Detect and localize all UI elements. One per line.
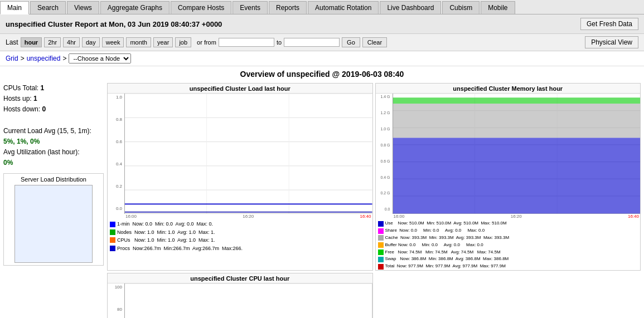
memory-y-axis: 1.4 G1.2 G1.0 G0.8 G0.6 G0.4 G0.2 G0.0: [376, 94, 391, 219]
nav-tabs: Main Search Views Aggregate Graphs Compa…: [0, 0, 644, 14]
main-content: Overview of unspecified @ 2019-06-03 08:…: [0, 66, 644, 318]
cpus-total-value: 1: [40, 84, 44, 92]
to-label: to: [277, 39, 282, 46]
hosts-down-label: Hosts down:: [3, 105, 40, 113]
avg-util-label: Avg Utilization (last hour):: [3, 147, 104, 158]
memory-chart-inner: 1.4 G1.2 G1.0 G0.8 G0.6 G0.4 G0.2 G0.0: [376, 94, 641, 219]
load-chart: unspecified Cluster Load last hour 1.00.…: [107, 83, 373, 271]
tab-compare-hosts[interactable]: Compare Hosts: [171, 1, 231, 14]
tab-aggregate-graphs[interactable]: Aggregate Graphs: [100, 1, 170, 14]
load-avg-value: 5%, 1%, 0%: [3, 136, 104, 147]
tab-main[interactable]: Main: [0, 1, 29, 14]
svg-rect-24: [393, 97, 641, 104]
memory-chart: unspecified Cluster Memory last hour 1.4…: [375, 83, 641, 271]
cpu-y-axis: 100806040200: [108, 283, 123, 318]
time-btn-month[interactable]: month: [126, 37, 151, 47]
time-btn-year[interactable]: year: [153, 37, 173, 47]
from-date-input[interactable]: [219, 38, 274, 47]
or-from-label: or from: [197, 39, 216, 46]
server-dist-title: Server Load Distribution: [6, 176, 101, 183]
server-dist: Server Load Distribution: [3, 173, 104, 266]
memory-chart-title: unspecified Cluster Memory last hour: [376, 84, 641, 94]
tab-views[interactable]: Views: [67, 1, 99, 14]
avg-util-value: 0%: [3, 158, 104, 168]
cpu-chart-inner: 100806040200: [108, 283, 372, 318]
clear-button[interactable]: Clear: [362, 37, 387, 47]
load-chart-title: unspecified Cluster Load last hour: [108, 84, 372, 94]
svg-rect-23: [393, 104, 641, 138]
stats-block: CPUs Total: 1 Hosts up: 1 Hosts down: 0 …: [3, 83, 104, 169]
choose-node-select[interactable]: --Choose a Node: [69, 53, 131, 63]
memory-legend: Use Now: 510.0M Min: 510.0M Avg: 510.0M …: [376, 219, 641, 270]
get-fresh-data-button[interactable]: Get Fresh Data: [580, 18, 638, 30]
breadcrumb-grid[interactable]: Grid: [6, 55, 18, 62]
charts-grid: unspecified Cluster Load last hour 1.00.…: [107, 83, 641, 318]
load-avg-label: Current Load Avg (15, 5, 1m):: [3, 126, 104, 136]
svg-rect-36: [124, 283, 372, 318]
breadcrumb: Grid > unspecified > --Choose a Node: [0, 51, 644, 66]
tab-mobile[interactable]: Mobile: [481, 1, 515, 14]
overview-title: Overview of unspecified @ 2019-06-03 08:…: [3, 70, 641, 79]
left-panel: CPUs Total: 1 Hosts up: 1 Hosts down: 0 …: [3, 83, 104, 318]
cpus-total-label: CPUs Total:: [3, 84, 38, 92]
time-btn-hour[interactable]: hour: [21, 37, 42, 47]
hosts-up-label: Hosts up:: [3, 95, 32, 102]
load-chart-inner: 1.00.80.60.40.20.0: [108, 94, 372, 219]
time-btn-job[interactable]: job: [175, 37, 191, 47]
tab-events[interactable]: Events: [233, 1, 268, 14]
svg-rect-22: [393, 138, 641, 214]
hosts-down-value: 0: [42, 105, 46, 113]
cpu-chart: unspecified Cluster CPU last hour 100806…: [107, 273, 373, 318]
svg-rect-0: [124, 94, 372, 214]
load-chart-area: [124, 94, 372, 214]
tab-cubism[interactable]: Cubism: [442, 1, 480, 14]
load-legend: 1-min Now: 0.0 Min: 0.0 Avg: 0.0 Max: 0.…: [108, 219, 372, 252]
header-bar: unspecified Cluster Report at Mon, 03 Ju…: [0, 14, 644, 34]
time-btn-2hr[interactable]: 2hr: [44, 37, 61, 47]
to-date-input[interactable]: [284, 38, 340, 47]
breadcrumb-unspecified[interactable]: unspecified: [27, 55, 61, 62]
tab-reports[interactable]: Reports: [269, 1, 307, 14]
hosts-up-value: 1: [33, 95, 37, 102]
cpu-chart-title: unspecified Cluster CPU last hour: [108, 273, 372, 283]
server-dist-box: [14, 185, 93, 263]
time-btn-week[interactable]: week: [102, 37, 124, 47]
time-btn-day[interactable]: day: [82, 37, 100, 47]
memory-chart-area: [393, 94, 641, 214]
tab-live-dashboard[interactable]: Live Dashboard: [380, 1, 441, 14]
right-panel: unspecified Cluster Load last hour 1.00.…: [107, 83, 641, 318]
cpu-chart-area: [124, 283, 372, 318]
content-grid: CPUs Total: 1 Hosts up: 1 Hosts down: 0 …: [3, 83, 641, 318]
go-button[interactable]: Go: [342, 37, 360, 47]
tab-automatic-rotation[interactable]: Automatic Rotation: [308, 1, 379, 14]
last-label: Last: [6, 38, 18, 46]
page-title: unspecified Cluster Report at Mon, 03 Ju…: [6, 20, 222, 28]
tab-search[interactable]: Search: [30, 1, 66, 14]
physical-view-button[interactable]: Physical View: [585, 36, 638, 48]
time-btn-4hr[interactable]: 4hr: [63, 37, 80, 47]
load-y-axis: 1.00.80.60.40.20.0: [108, 94, 123, 219]
